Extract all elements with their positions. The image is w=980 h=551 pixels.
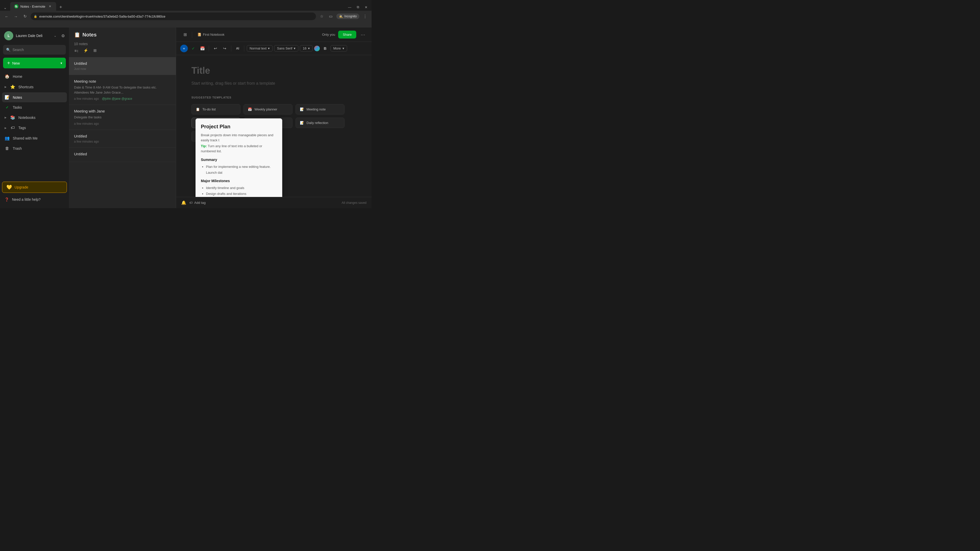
tooltip-tip: Tip: Turn any line of text into a bullet…: [201, 144, 277, 154]
sidebar-item-trash[interactable]: 🗑 Trash: [2, 144, 67, 153]
template-icon: 📝: [300, 107, 304, 111]
upgrade-label: Upgrade: [14, 185, 28, 189]
privacy-label: Only you: [322, 33, 335, 37]
note-tags: @john @jane @grace: [102, 97, 132, 100]
sidebar-item-shared[interactable]: 👥 Shared with Me: [2, 133, 67, 143]
template-icon: 📋: [196, 107, 200, 111]
template-label: Daily reflection: [307, 121, 328, 125]
redo-button[interactable]: ↪: [221, 44, 228, 52]
template-reflection[interactable]: 📝 Daily reflection: [296, 118, 345, 128]
add-tag-button[interactable]: 🏷 Add tag: [189, 201, 206, 205]
note-item[interactable]: Untitled a few minutes ago: [69, 130, 176, 148]
template-label: To-do list: [202, 107, 216, 111]
template-weekly[interactable]: 📅 Weekly planner: [243, 104, 293, 114]
separator: [244, 45, 244, 52]
undo-button[interactable]: ↩: [212, 44, 219, 52]
note-item[interactable]: Untitled: [69, 148, 176, 162]
view-toggle-button[interactable]: ⊞: [91, 47, 99, 54]
shortcuts-icon: ⭐: [10, 84, 15, 89]
notes-panel-title: 📋 Notes: [74, 32, 171, 38]
tasks-icon: ✓: [5, 105, 10, 110]
font-label: Sans Serif: [277, 46, 292, 50]
expand-sidebar-button[interactable]: ⊞: [181, 31, 189, 38]
url-bar[interactable]: 🔒 evernote.com/client/web#login=true#/no…: [30, 13, 316, 20]
reminder-button[interactable]: 🔔: [181, 200, 186, 205]
settings-icon[interactable]: ⚙: [61, 33, 65, 38]
tab-title: Notes - Evernote: [21, 5, 45, 8]
upgrade-button[interactable]: 💛 Upgrade: [2, 182, 67, 193]
cast-button[interactable]: ▭: [327, 13, 334, 20]
template-meeting[interactable]: 📝 Meeting note: [296, 104, 345, 114]
search-bar[interactable]: 🔍 Search: [3, 45, 66, 55]
new-button[interactable]: + New ▾: [3, 58, 66, 68]
todo-button[interactable]: ✓: [189, 44, 197, 52]
editor-body[interactable]: Title Start writing, drag files or start…: [176, 55, 372, 197]
templates-label: SUGGESTED TEMPLATES: [191, 96, 356, 99]
help-icon: ❓: [5, 197, 9, 202]
tab-list-button[interactable]: ⌄: [2, 5, 8, 11]
trash-icon: 🗑: [5, 146, 10, 151]
new-dropdown-icon: ▾: [60, 61, 62, 65]
body-placeholder: Start writing, drag files or start from …: [191, 81, 356, 86]
window-controls: — ⧉ ✕: [346, 3, 369, 11]
bookmark-button[interactable]: ☆: [318, 13, 325, 20]
forward-button[interactable]: →: [12, 13, 19, 20]
calendar-button[interactable]: 📅: [199, 44, 206, 52]
text-style-dropdown[interactable]: Normal text ▾: [247, 45, 272, 52]
ai-button[interactable]: AI: [234, 44, 242, 52]
tab-close-button[interactable]: ✕: [48, 4, 52, 8]
notes-panel-icon: 📋: [74, 32, 80, 38]
list-item: Design drafts and iterations: [206, 191, 277, 197]
font-dropdown[interactable]: Sans Serif ▾: [274, 45, 298, 52]
close-button[interactable]: ✕: [363, 3, 369, 11]
sidebar-item-tasks[interactable]: ✓ Tasks: [2, 103, 67, 112]
sort-button[interactable]: ≡↕: [73, 47, 80, 54]
notebooks-icon: 📚: [10, 115, 15, 120]
incognito-button[interactable]: 🕵 Incognito: [336, 14, 360, 19]
add-content-button[interactable]: +: [180, 44, 188, 52]
note-item[interactable]: Untitled Just now: [69, 57, 176, 75]
color-picker-button[interactable]: [314, 46, 320, 51]
maximize-button[interactable]: ⧉: [354, 3, 361, 11]
browser-chrome: ⌄ 🐘 Notes - Evernote ✕ + — ⧉ ✕ ← → ↻ 🔒 e…: [0, 0, 372, 27]
bold-button[interactable]: B: [321, 44, 329, 52]
note-title: Meeting note: [74, 79, 171, 83]
user-name: Lauren Dale Deli: [16, 34, 49, 38]
more-options-button[interactable]: ⋯: [360, 31, 366, 38]
dropdown-icon: ▾: [268, 46, 270, 50]
sidebar-item-notes[interactable]: 📝 Notes: [2, 92, 67, 102]
filter-button[interactable]: ⚡: [82, 47, 89, 54]
menu-button[interactable]: ⋮: [361, 13, 369, 20]
size-dropdown[interactable]: 16 ▾: [300, 45, 312, 52]
sidebar-item-shortcuts[interactable]: ▶ ⭐ Shortcuts: [2, 82, 67, 92]
tag-icon: 🏷: [189, 201, 192, 205]
more-formatting-dropdown[interactable]: More ▾: [331, 45, 347, 52]
notebook-selector[interactable]: 📔 First Notebook: [195, 32, 227, 38]
notes-list: Untitled Just now Meeting note Date & Ti…: [69, 57, 176, 208]
note-item[interactable]: Meeting note Date & Time 8 AM- 9 AM Goal…: [69, 75, 176, 105]
active-tab[interactable]: 🐘 Notes - Evernote ✕: [10, 2, 56, 11]
share-button[interactable]: Share: [338, 30, 356, 38]
search-label: Search: [13, 48, 24, 52]
note-item[interactable]: Meeting with Jane Delegate the tasks a f…: [69, 105, 176, 130]
editor-header: ⊞ 📔 First Notebook Only you Share ⋯: [176, 27, 372, 42]
url-lock-icon: 🔒: [34, 15, 37, 18]
separator: [231, 45, 231, 52]
new-tab-button[interactable]: +: [57, 3, 64, 11]
sidebar-item-home[interactable]: 🏠 Home: [2, 71, 67, 81]
more-label: More: [333, 46, 341, 50]
tag-label: Add tag: [194, 201, 206, 205]
back-button[interactable]: ←: [3, 13, 10, 20]
note-title: Untitled: [74, 134, 171, 138]
notebook-name: First Notebook: [203, 33, 224, 37]
sidebar-item-notebooks[interactable]: ▶ 📚 Notebooks: [2, 113, 67, 122]
sidebar-item-tags[interactable]: ▶ 🏷 Tags: [2, 123, 67, 133]
minimize-button[interactable]: —: [346, 3, 353, 11]
avatar: L: [4, 31, 13, 40]
search-icon: 🔍: [6, 48, 11, 52]
reload-button[interactable]: ↻: [21, 13, 29, 20]
template-todo[interactable]: 📋 To-do list: [191, 104, 240, 114]
user-dropdown-icon[interactable]: ⌄: [52, 32, 59, 39]
sidebar-header: L Lauren Dale Deli ⌄ ⚙: [0, 27, 69, 44]
help-button[interactable]: ❓ Need a little help?: [2, 195, 67, 204]
